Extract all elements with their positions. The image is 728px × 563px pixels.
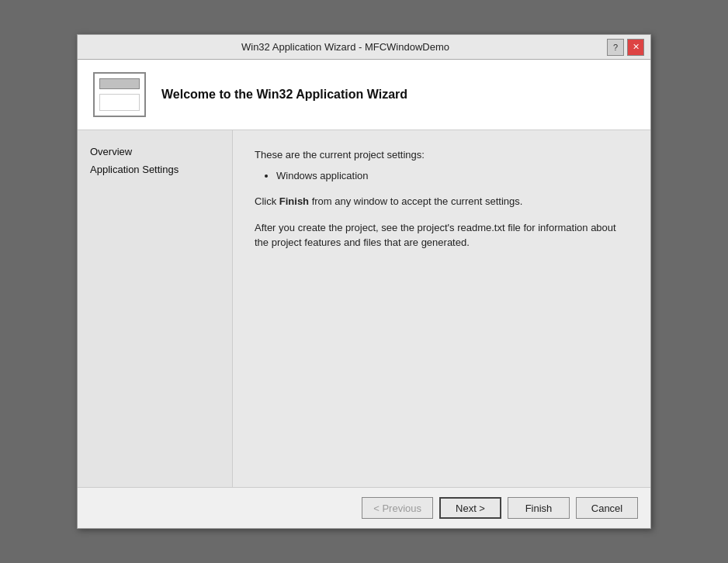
list-item: Windows application (276, 170, 629, 181)
title-bar: Win32 Application Wizard - MFCWindowDemo… (78, 35, 650, 60)
help-button[interactable]: ? (607, 39, 624, 56)
wizard-footer: < Previous Next > Finish Cancel (78, 487, 650, 528)
content-para-2: After you create the project, see the pr… (255, 220, 629, 250)
close-button[interactable]: ✕ (627, 39, 644, 56)
para1-bold: Finish (279, 195, 309, 207)
sidebar-item-application-settings[interactable]: Application Settings (90, 164, 220, 175)
wizard-title: Welcome to the Win32 Application Wizard (161, 88, 407, 102)
title-bar-controls: ? ✕ (607, 39, 644, 56)
content-list: Windows application (255, 170, 629, 181)
wizard-sidebar: Overview Application Settings (78, 130, 233, 487)
wizard-logo-icon (93, 72, 146, 117)
content-para-1: Click Finish from any window to accept t… (255, 194, 629, 209)
cancel-button[interactable]: Cancel (576, 497, 638, 519)
finish-button[interactable]: Finish (508, 497, 570, 519)
wizard-content: These are the current project settings: … (233, 130, 650, 487)
next-button[interactable]: Next > (439, 497, 501, 519)
previous-button[interactable]: < Previous (362, 497, 433, 519)
para1-prefix: Click (255, 195, 279, 207)
sidebar-item-overview[interactable]: Overview (90, 146, 220, 157)
content-intro: These are the current project settings: (255, 149, 629, 161)
wizard-header: Welcome to the Win32 Application Wizard (78, 60, 650, 130)
wizard-window: Win32 Application Wizard - MFCWindowDemo… (77, 34, 651, 529)
title-bar-text: Win32 Application Wizard - MFCWindowDemo (84, 41, 607, 53)
wizard-body: Overview Application Settings These are … (78, 130, 650, 487)
para1-suffix: from any window to accept the current se… (309, 195, 522, 207)
